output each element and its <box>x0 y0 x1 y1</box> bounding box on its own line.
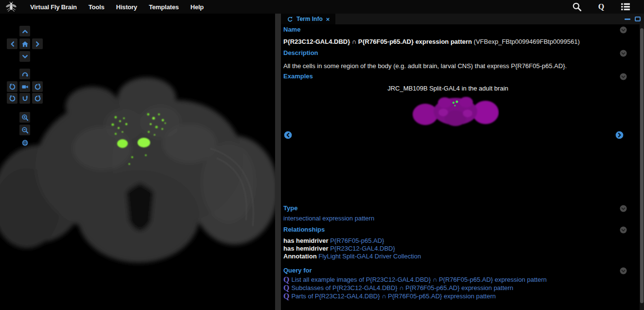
type-link[interactable]: intersectional expression pattern <box>283 215 374 222</box>
query-q-icon: Q <box>283 292 289 300</box>
query-icon[interactable]: Q <box>596 2 606 12</box>
query-q-icon: Q <box>283 276 289 284</box>
fly-logo-icon[interactable] <box>5 1 17 12</box>
list-icon[interactable] <box>621 2 630 12</box>
tab-term-info[interactable]: Term Info × <box>281 14 335 24</box>
pan-left-button[interactable] <box>7 38 17 49</box>
zoom-in-button[interactable] <box>19 112 30 123</box>
description-section-header: Description <box>283 49 615 56</box>
close-icon[interactable]: × <box>326 16 330 22</box>
viewer-3d-canvas[interactable] <box>0 14 275 299</box>
type-section-header: Type <box>283 204 615 212</box>
relationships-section-header: Relationships <box>283 226 615 233</box>
relationship-predicate: has hemidriver <box>283 245 329 252</box>
relationship-predicate: has hemidriver <box>283 237 329 244</box>
menu-virtual-fly-brain[interactable]: Virtual Fly Brain <box>24 3 83 11</box>
vfb-app: Virtual Fly Brain Tools History Template… <box>0 0 644 310</box>
term-info-panel: Term Info × Name P{R23C12-GAL4.DBD} ∩ P{… <box>281 14 644 310</box>
chevron-down-icon[interactable] <box>620 226 627 234</box>
term-name-value: P{R23C12-GAL4.DBD} ∩ P{R76F05-p65.AD} ex… <box>283 38 615 45</box>
relationships-list: has hemidriver P{R76F05-p65.AD} has hemi… <box>283 237 615 260</box>
main-menu: Virtual Fly Brain Tools History Template… <box>24 3 209 11</box>
query-link[interactable]: Subclasses of P{R23C12-GAL4.DBD} ∩ P{R76… <box>291 284 513 292</box>
relationship-object-link[interactable]: P{R76F05-p65.AD} <box>330 237 384 244</box>
menu-history[interactable]: History <box>110 3 143 11</box>
chevron-down-icon[interactable] <box>620 267 627 274</box>
rotate-up-button[interactable] <box>19 69 30 79</box>
query-link[interactable]: Parts of P{R23C12-GAL4.DBD} ∩ P{R76F05-p… <box>291 292 496 300</box>
relationship-predicate: Annotation <box>283 253 317 260</box>
query-for-list: QList all example images of P{R23C12-GAL… <box>283 275 615 300</box>
carousel-next-icon[interactable] <box>615 131 624 139</box>
camera-button[interactable] <box>19 81 30 92</box>
query-link[interactable]: List all example images of P{R23C12-GAL4… <box>291 276 546 283</box>
roll-ccw-button[interactable] <box>7 93 17 104</box>
history-back-icon[interactable] <box>287 16 293 22</box>
name-section-header: Name <box>283 26 615 33</box>
menu-templates[interactable]: Templates <box>143 3 185 11</box>
query-for-section-header: Query for <box>283 267 615 274</box>
wireframe-globe-button[interactable] <box>19 137 30 148</box>
term-name-id: (VFBexp_FBtp0099469FBtp0099561) <box>472 38 580 45</box>
home-button[interactable] <box>19 38 30 49</box>
chevron-down-icon[interactable] <box>620 26 627 34</box>
query-row: QParts of P{R23C12-GAL4.DBD} ∩ P{R76F05-… <box>283 292 615 300</box>
query-q-icon: Q <box>283 284 289 292</box>
examples-section-header: Examples <box>283 73 615 80</box>
chevron-down-icon[interactable] <box>620 73 627 80</box>
menubar: Virtual Fly Brain Tools History Template… <box>0 0 644 14</box>
relationship-object-link[interactable]: FlyLight Split-GAL4 Driver Collection <box>318 253 421 260</box>
rotate-ccw-button[interactable] <box>7 81 17 92</box>
menu-help[interactable]: Help <box>185 3 209 11</box>
example-image-caption: JRC_MB109B Split-GAL4 in the adult brain <box>281 85 615 92</box>
maximize-icon[interactable] <box>635 17 641 21</box>
relationship-row: has hemidriver P{R23C12-GAL4.DBD} <box>283 245 615 253</box>
viewer-3d-panel: 3D Viewer × <box>0 14 275 310</box>
zoom-out-button[interactable] <box>19 125 30 135</box>
term-info-tabbar: Term Info × <box>281 14 644 24</box>
pan-right-button[interactable] <box>32 38 43 49</box>
term-info-window-controls <box>625 14 641 24</box>
minimize-icon[interactable] <box>625 18 630 20</box>
example-brain-image[interactable] <box>412 93 499 129</box>
pan-up-button[interactable] <box>19 26 30 36</box>
carousel-prev-icon[interactable] <box>284 131 292 139</box>
term-name-title: P{R23C12-GAL4.DBD} ∩ P{R76F05-p65.AD} ex… <box>283 38 472 45</box>
search-icon[interactable] <box>572 2 582 12</box>
query-row: QList all example images of P{R23C12-GAL… <box>283 275 615 284</box>
roll-reset-button[interactable] <box>19 93 30 104</box>
menu-tools[interactable]: Tools <box>83 3 110 11</box>
rotate-cw-button[interactable] <box>32 81 43 92</box>
query-row: QSubclasses of P{R23C12-GAL4.DBD} ∩ P{R7… <box>283 284 615 292</box>
type-value: intersectional expression pattern <box>283 215 615 222</box>
relationship-object-link[interactable]: P{R23C12-GAL4.DBD} <box>330 245 395 252</box>
scrollbar-thumb[interactable] <box>640 28 644 303</box>
menubar-actions: Q <box>572 2 644 12</box>
relationship-row: Annotation FlyLight Split-GAL4 Driver Co… <box>283 253 615 260</box>
pan-down-button[interactable] <box>19 51 30 62</box>
tab-term-info-label: Term Info <box>296 16 323 22</box>
chevron-down-icon[interactable] <box>620 205 627 212</box>
roll-cw-button[interactable] <box>32 93 43 104</box>
relationship-row: has hemidriver P{R76F05-p65.AD} <box>283 237 615 245</box>
term-info-body: Name P{R23C12-GAL4.DBD} ∩ P{R76F05-p65.A… <box>281 24 644 310</box>
scrollbar <box>640 24 644 310</box>
chevron-down-icon[interactable] <box>620 50 627 57</box>
description-text: All the cells in some region of the body… <box>283 62 615 70</box>
